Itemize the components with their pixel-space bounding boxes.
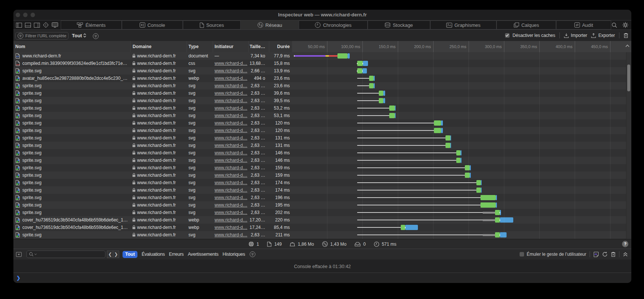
svg-text:<>: <> [16,55,19,58]
svg-text:JS: JS [594,253,597,255]
svg-text:css: css [16,63,19,66]
